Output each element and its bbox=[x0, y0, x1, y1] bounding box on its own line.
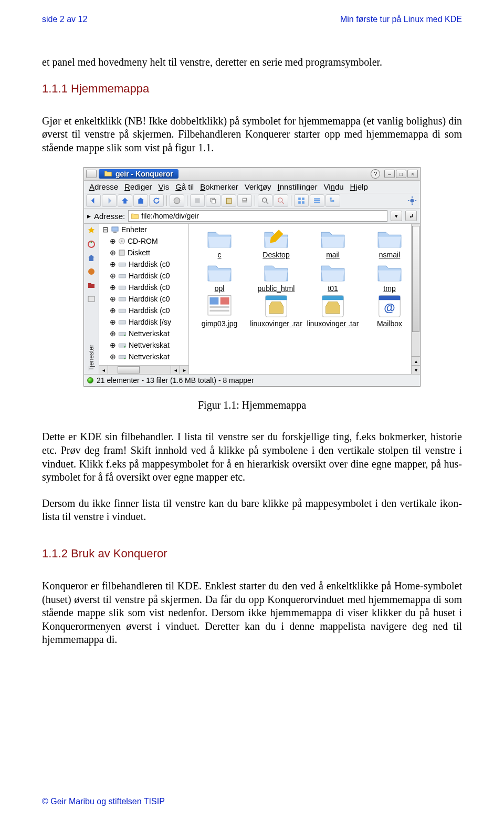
paste-button[interactable] bbox=[222, 194, 236, 207]
folder-icon bbox=[131, 212, 139, 220]
folder-item[interactable]: tmp bbox=[361, 261, 418, 293]
tree-item[interactable]: ⊕Harddisk (c0 bbox=[99, 293, 188, 305]
folder-item[interactable]: c bbox=[191, 227, 248, 259]
status-text: 21 elementer - 13 filer (1.6 MB totalt) … bbox=[97, 376, 254, 385]
print-button[interactable] bbox=[237, 194, 252, 207]
tree-item[interactable]: ⊕Harddisk (c0 bbox=[99, 305, 188, 316]
gear-icon[interactable] bbox=[406, 195, 418, 206]
menu-bokmerker[interactable]: Bokmerker bbox=[200, 182, 238, 191]
tree-root[interactable]: ⊟ Enheter bbox=[99, 224, 188, 235]
tree-item[interactable]: ⊕Nettverkskat bbox=[99, 351, 188, 362]
cut-button[interactable] bbox=[190, 194, 205, 207]
svg-point-29 bbox=[121, 241, 123, 242]
svg-rect-14 bbox=[314, 202, 320, 203]
addressbar: ▸ Adresse: file:/home/div/geir ▾ ↲ bbox=[84, 209, 420, 224]
collapse-icon: ⊟ bbox=[102, 225, 109, 234]
menu-rediger[interactable]: Rediger bbox=[124, 182, 152, 191]
up-button[interactable] bbox=[118, 194, 132, 207]
tree-item[interactable]: ⊕Harddisk (c0 bbox=[99, 258, 188, 270]
sidebar-network-icon[interactable] bbox=[87, 267, 96, 276]
svg-rect-30 bbox=[119, 250, 124, 255]
menu-vis[interactable]: Vis bbox=[159, 182, 170, 191]
copy-button[interactable] bbox=[206, 194, 220, 207]
folder-item[interactable]: Desktop bbox=[248, 227, 304, 259]
file-item[interactable]: gimp03.jpg bbox=[191, 294, 248, 328]
netdrive-icon bbox=[118, 353, 127, 360]
address-input[interactable]: file:/home/div/geir bbox=[128, 210, 387, 222]
file-item[interactable]: linuxovinger .tar bbox=[304, 294, 361, 328]
address-dropdown-button[interactable]: ▾ bbox=[391, 211, 402, 221]
sidebar-root-icon[interactable] bbox=[87, 281, 96, 290]
menu-adresse[interactable]: Adresse bbox=[89, 182, 118, 191]
svg-rect-21 bbox=[415, 200, 416, 201]
svg-rect-32 bbox=[119, 275, 125, 278]
tree-root-label: Enheter bbox=[121, 225, 147, 234]
folder-icon bbox=[375, 261, 404, 284]
svg-point-6 bbox=[262, 198, 267, 202]
window-menu-button[interactable] bbox=[86, 170, 97, 178]
tree-item[interactable]: ⊕Harddisk [/sy bbox=[99, 316, 188, 328]
svg-rect-9 bbox=[302, 198, 304, 201]
content-scrollbar[interactable]: ▴ ▾ bbox=[411, 224, 420, 374]
minimize-button[interactable]: – bbox=[384, 170, 395, 178]
sidebar-services-icon[interactable] bbox=[87, 294, 96, 304]
heading-1-1-1: 1.1.1 Hjemmemappa bbox=[42, 82, 462, 96]
tree-item[interactable]: ⊕CD-ROM bbox=[99, 235, 188, 247]
svg-rect-46 bbox=[209, 306, 229, 308]
archive-icon bbox=[262, 294, 290, 319]
menu-verktoy[interactable]: Verktøy bbox=[245, 182, 271, 191]
tree-item[interactable]: ⊕Harddisk (c0 bbox=[99, 270, 188, 282]
view-list-button[interactable] bbox=[310, 194, 324, 207]
tree-item[interactable]: ⊕Harddisk (c0 bbox=[99, 282, 188, 293]
view-tree-button[interactable] bbox=[326, 194, 340, 207]
folder-icon bbox=[319, 261, 347, 284]
drive-icon bbox=[118, 284, 127, 291]
reload-button[interactable] bbox=[149, 194, 164, 207]
tree-panel: ⊟ Enheter ⊕CD-ROM ⊕Diskett ⊕Harddisk (c0… bbox=[99, 224, 189, 374]
zoom-out-button[interactable] bbox=[274, 194, 288, 207]
page-header: side 2 av 12 Min første tur på Linux med… bbox=[42, 15, 462, 24]
menu-vindu[interactable]: Vindu bbox=[323, 182, 343, 191]
drive-icon bbox=[118, 272, 127, 279]
help-icon[interactable]: ? bbox=[371, 169, 380, 179]
svg-rect-34 bbox=[119, 298, 125, 302]
view-icons-button[interactable] bbox=[294, 194, 309, 207]
svg-rect-2 bbox=[212, 200, 216, 203]
zoom-in-button[interactable] bbox=[258, 194, 272, 207]
tree-item[interactable]: ⊕Diskett bbox=[99, 247, 188, 258]
menu-hjelp[interactable]: Hjelp bbox=[350, 182, 368, 191]
svg-rect-44 bbox=[209, 297, 218, 305]
menubar: Adresse Rediger Vis Gå til Bokmerker Ver… bbox=[84, 181, 420, 193]
svg-point-40 bbox=[124, 346, 125, 348]
forward-button[interactable] bbox=[102, 194, 117, 207]
sidebar-bookmark-icon[interactable] bbox=[87, 226, 96, 235]
folder-item[interactable]: nsmail bbox=[361, 227, 418, 259]
folder-item[interactable]: public_html bbox=[248, 261, 304, 293]
maximize-button[interactable]: □ bbox=[396, 170, 406, 178]
menu-gatil[interactable]: Gå til bbox=[175, 182, 194, 191]
folder-item[interactable]: t01 bbox=[304, 261, 361, 293]
sidebar-home-icon[interactable] bbox=[87, 253, 96, 263]
home-button[interactable] bbox=[133, 194, 148, 207]
folder-item[interactable]: opl bbox=[191, 261, 248, 293]
menu-innstillinger[interactable]: Innstillinger bbox=[278, 182, 318, 191]
file-item[interactable]: @ Mailbox bbox=[361, 294, 418, 328]
image-thumb-icon bbox=[205, 294, 234, 319]
back-button[interactable] bbox=[86, 194, 101, 207]
close-button[interactable]: × bbox=[407, 170, 418, 178]
paragraph-konqueror-use: Konqueror er filbehandleren til KDE. Enk… bbox=[42, 579, 462, 647]
tree-scrollbar[interactable]: ◂ ◂ ▸ bbox=[99, 365, 188, 374]
window-body: Tjenester ⊟ Enheter ⊕CD-ROM ⊕Diskett ⊕Ha… bbox=[84, 224, 420, 374]
folder-item[interactable]: mail bbox=[304, 227, 361, 259]
svg-rect-35 bbox=[119, 309, 125, 313]
stop-button[interactable] bbox=[170, 194, 184, 207]
svg-point-38 bbox=[124, 335, 125, 336]
tree-item[interactable]: ⊕Nettverkskat bbox=[99, 328, 188, 339]
svg-rect-49 bbox=[266, 296, 287, 300]
file-item[interactable]: linuxovinger .rar bbox=[248, 294, 304, 328]
svg-rect-45 bbox=[220, 297, 229, 305]
sidebar-history-icon[interactable] bbox=[87, 240, 96, 249]
tree-item[interactable]: ⊕Nettverkskat bbox=[99, 339, 188, 351]
go-button[interactable]: ↲ bbox=[405, 211, 417, 221]
svg-rect-10 bbox=[298, 202, 301, 204]
